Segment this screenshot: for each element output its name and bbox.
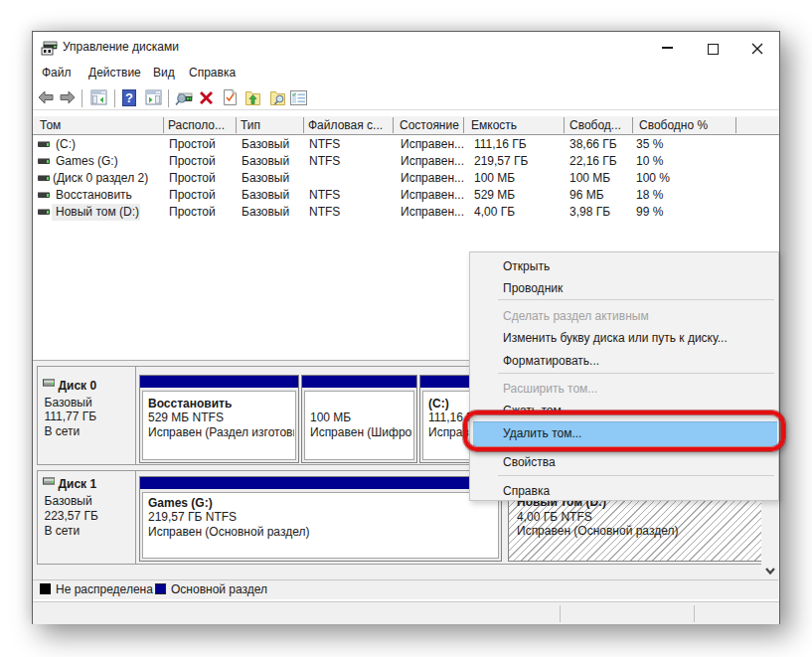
svg-text:?: ? [125, 90, 133, 105]
